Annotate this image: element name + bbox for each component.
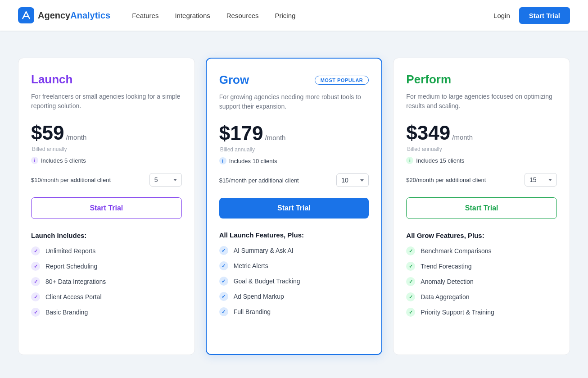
logo-text: AgencyAnalytics <box>38 10 110 21</box>
launch-check-2: ✓ <box>31 277 40 286</box>
grow-check-4: ✓ <box>219 307 228 316</box>
grow-includes-row: i Includes 10 clients <box>219 157 369 164</box>
grow-additional-text: $15/month per additional client <box>219 177 299 184</box>
logo-icon <box>18 7 34 23</box>
perform-info-icon: i <box>406 157 413 164</box>
perform-feature-text-4: Priority Support & Training <box>421 309 494 316</box>
perform-additional-text: $20/month per additional client <box>406 177 486 183</box>
perform-feature-text-3: Data Aggregation <box>421 293 469 301</box>
grow-price-billed: Billed annually <box>220 146 369 153</box>
perform-price-period: /month <box>452 133 473 141</box>
launch-feature-3: ✓ Client Access Portal <box>31 292 182 301</box>
svg-rect-0 <box>18 7 34 23</box>
launch-price-billed: Billed annually <box>32 146 182 152</box>
grow-check-1: ✓ <box>219 261 228 270</box>
nav-features[interactable]: Features <box>132 12 158 19</box>
grow-price-amount: $179 <box>219 122 263 145</box>
nav-start-trial-button[interactable]: Start Trial <box>519 7 570 24</box>
launch-selector-chevron <box>173 179 177 181</box>
perform-check-2: ✓ <box>406 277 415 286</box>
launch-plan-desc: For freelancers or small agencies lookin… <box>31 92 182 111</box>
perform-price-row: $349 /month <box>406 122 557 144</box>
launch-feature-text-1: Report Scheduling <box>45 263 97 270</box>
launch-check-4: ✓ <box>31 308 40 317</box>
grow-feature-4: ✓ Full Branding <box>219 307 369 316</box>
launch-additional-text: $10/month per additional client <box>31 177 111 183</box>
grow-features-title: All Launch Features, Plus: <box>219 231 369 239</box>
grow-selector-value: 10 <box>341 177 348 184</box>
most-popular-badge: MOST POPULAR <box>315 76 369 85</box>
perform-feature-text-2: Anomaly Detection <box>421 278 474 285</box>
launch-feature-text-2: 80+ Data Integrations <box>45 278 106 285</box>
pricing-grid: Launch For freelancers or small agencies… <box>18 58 570 355</box>
grow-plan-desc: For growing agencies needing more robust… <box>219 92 369 111</box>
nav-pricing[interactable]: Pricing <box>275 12 295 19</box>
perform-check-0: ✓ <box>406 246 415 255</box>
launch-card-header: Launch <box>31 73 182 87</box>
launch-price-amount: $59 <box>31 122 64 144</box>
main-content: Launch For freelancers or small agencies… <box>0 31 588 373</box>
perform-feature-4: ✓ Priority Support & Training <box>406 308 557 317</box>
nav-resources[interactable]: Resources <box>226 12 259 19</box>
login-link[interactable]: Login <box>493 12 510 19</box>
perform-feature-2: ✓ Anomaly Detection <box>406 277 557 286</box>
grow-start-trial-button[interactable]: Start Trial <box>219 198 369 219</box>
launch-check-3: ✓ <box>31 292 40 301</box>
perform-includes-text: Includes 15 clients <box>416 157 464 164</box>
grow-selector-chevron <box>360 179 364 182</box>
grow-feature-text-2: Goal & Budget Tracking <box>234 278 300 285</box>
perform-feature-1: ✓ Trend Forecasting <box>406 262 557 271</box>
launch-plan-card: Launch For freelancers or small agencies… <box>18 58 195 355</box>
grow-plan-card: Grow MOST POPULAR For growing agencies n… <box>206 58 383 355</box>
launch-includes-row: i Includes 5 clients <box>31 157 182 164</box>
perform-client-selector[interactable]: 15 <box>525 173 557 187</box>
grow-feature-text-4: Full Branding <box>234 308 271 315</box>
grow-price-period: /month <box>265 134 286 141</box>
perform-includes-row: i Includes 15 clients <box>406 157 557 164</box>
perform-selector-value: 15 <box>529 176 537 183</box>
grow-plan-name: Grow <box>219 73 249 87</box>
launch-includes-text: Includes 5 clients <box>41 157 86 164</box>
perform-selector-chevron <box>548 179 552 181</box>
perform-feature-0: ✓ Benchmark Comparisons <box>406 246 557 255</box>
launch-feature-text-3: Client Access Portal <box>45 293 102 301</box>
perform-feature-text-1: Trend Forecasting <box>421 263 471 270</box>
perform-plan-card: Perform For medium to large agencies foc… <box>393 58 570 355</box>
perform-plan-name: Perform <box>406 73 451 87</box>
launch-feature-2: ✓ 80+ Data Integrations <box>31 277 182 286</box>
grow-check-0: ✓ <box>219 246 228 255</box>
perform-additional-row: $20/month per additional client 15 <box>406 173 557 187</box>
grow-client-selector[interactable]: 10 <box>336 173 369 187</box>
logo-link[interactable]: AgencyAnalytics <box>18 7 110 23</box>
perform-price-amount: $349 <box>406 122 450 144</box>
grow-feature-0: ✓ AI Summary & Ask AI <box>219 246 369 255</box>
launch-plan-name: Launch <box>31 73 72 87</box>
grow-check-3: ✓ <box>219 292 228 301</box>
launch-check-1: ✓ <box>31 262 40 271</box>
launch-price-period: /month <box>66 133 86 141</box>
perform-feature-3: ✓ Data Aggregation <box>406 292 557 301</box>
launch-start-trial-button[interactable]: Start Trial <box>31 197 182 219</box>
grow-price-row: $179 /month <box>219 122 369 145</box>
grow-feature-text-3: Ad Spend Markup <box>234 293 284 300</box>
launch-selector-value: 5 <box>154 176 158 183</box>
grow-check-2: ✓ <box>219 277 228 286</box>
launch-feature-1: ✓ Report Scheduling <box>31 262 182 271</box>
perform-price-billed: Billed annually <box>407 146 557 152</box>
grow-feature-text-0: AI Summary & Ask AI <box>234 247 294 254</box>
perform-plan-desc: For medium to large agencies focused on … <box>406 92 557 111</box>
launch-feature-text-4: Basic Branding <box>45 309 88 316</box>
perform-check-4: ✓ <box>406 308 415 317</box>
grow-feature-2: ✓ Goal & Budget Tracking <box>219 277 369 286</box>
launch-feature-4: ✓ Basic Branding <box>31 308 182 317</box>
launch-additional-row: $10/month per additional client 5 <box>31 173 182 187</box>
launch-check-0: ✓ <box>31 246 40 255</box>
launch-client-selector[interactable]: 5 <box>149 173 182 187</box>
grow-feature-3: ✓ Ad Spend Markup <box>219 292 369 301</box>
perform-check-3: ✓ <box>406 292 415 301</box>
nav-links: Features Integrations Resources Pricing <box>132 12 493 19</box>
launch-features-title: Launch Includes: <box>31 232 182 239</box>
nav-right: Login Start Trial <box>493 7 570 24</box>
nav-integrations[interactable]: Integrations <box>175 12 210 19</box>
perform-start-trial-button[interactable]: Start Trial <box>406 197 557 219</box>
